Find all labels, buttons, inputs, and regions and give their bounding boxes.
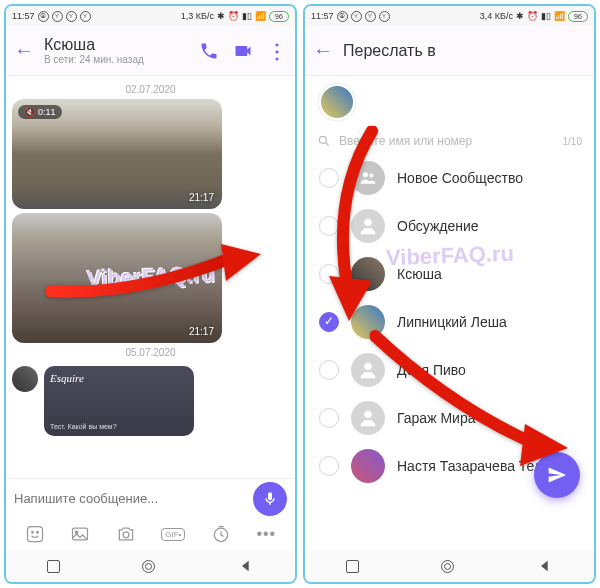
forward-header: ← Переслать в (305, 26, 594, 76)
nav-home[interactable] (441, 560, 454, 573)
svg-point-2 (36, 532, 38, 534)
radio[interactable] (319, 264, 339, 284)
contact-name: Дося Пиво (397, 362, 466, 378)
contact-item[interactable]: Дося Пиво (305, 346, 594, 394)
status-net: 1,3 КБ/с (181, 11, 214, 21)
radio[interactable] (319, 456, 339, 476)
nav-bar (6, 550, 295, 582)
more-icon[interactable]: ••• (256, 525, 276, 543)
status-net: 3,4 КБ/с (480, 11, 513, 21)
timestamp: 21:17 (189, 326, 214, 337)
timestamp: 21:17 (189, 192, 214, 203)
video-message-1[interactable]: 🔇 0:11 21:17 (12, 99, 222, 209)
selected-avatar[interactable] (319, 84, 355, 120)
menu-icon[interactable]: ⋮ (267, 39, 287, 63)
back-button[interactable]: ← (313, 39, 333, 62)
search-icon (317, 134, 331, 148)
call-icon[interactable] (199, 41, 219, 61)
chat-body[interactable]: 02.07.2020 🔇 0:11 21:17 21:17 05.07.2020… (6, 76, 295, 478)
svg-point-12 (364, 411, 371, 418)
svg-point-5 (123, 532, 129, 538)
phone-forward: 11:57 ⦿YYY 3,4 КБ/с✱⏰▮▯📶96 ← Переслать в… (303, 4, 596, 584)
avatar (351, 353, 385, 387)
nav-back[interactable] (537, 558, 553, 574)
image-icon[interactable] (70, 524, 90, 544)
selected-row (305, 76, 594, 128)
svg-point-11 (364, 363, 371, 370)
contact-name: Ксюша (397, 266, 442, 282)
nav-back[interactable] (238, 558, 254, 574)
forward-title: Переслать в (343, 42, 436, 60)
contact-item[interactable]: Липницкий Леша (305, 298, 594, 346)
avatar (351, 401, 385, 435)
chat-title[interactable]: Ксюша (44, 36, 189, 54)
video-message-2[interactable]: 21:17 (12, 213, 222, 343)
battery-icon: 96 (568, 11, 588, 22)
radio[interactable] (319, 360, 339, 380)
avatar (351, 161, 385, 195)
attachment-bar: GIF• ••• (6, 518, 295, 550)
svg-rect-0 (27, 527, 42, 542)
radio[interactable] (319, 168, 339, 188)
radio[interactable] (319, 216, 339, 236)
svg-point-8 (363, 172, 368, 177)
contact-name: Обсуждение (397, 218, 479, 234)
nav-recent[interactable] (346, 560, 359, 573)
video-call-icon[interactable] (233, 41, 253, 61)
avatar (351, 449, 385, 483)
nav-bar (305, 550, 594, 582)
mic-button[interactable] (253, 482, 287, 516)
timer-icon[interactable] (211, 524, 231, 544)
svg-point-1 (31, 532, 33, 534)
status-bar: 11:57 ⦿YYY 3,4 КБ/с✱⏰▮▯📶96 (305, 6, 594, 26)
status-bar: 11:57 ⦿YYY 1,3 КБ/с✱⏰▮▯📶96 (6, 6, 295, 26)
back-button[interactable]: ← (14, 39, 34, 62)
search-bar[interactable]: Введите имя или номер 1/10 (305, 128, 594, 154)
search-placeholder: Введите имя или номер (339, 134, 472, 148)
message-input[interactable] (14, 491, 245, 506)
phone-chat: 11:57 ⦿YYY 1,3 КБ/с✱⏰▮▯📶96 ← Ксюша В сет… (4, 4, 297, 584)
status-time: 11:57 (12, 11, 35, 21)
avatar (351, 257, 385, 291)
camera-icon[interactable] (116, 524, 136, 544)
nav-home[interactable] (142, 560, 155, 573)
mute-badge: 🔇 0:11 (18, 105, 62, 119)
contact-name: Липницкий Леша (397, 314, 507, 330)
date-label: 02.07.2020 (12, 84, 289, 95)
gif-icon[interactable]: GIF• (161, 528, 185, 541)
date-label: 05.07.2020 (12, 347, 289, 358)
sticker-icon[interactable] (25, 524, 45, 544)
contact-item[interactable]: Ксюша (305, 250, 594, 298)
message-input-bar (6, 478, 295, 518)
selection-count: 1/10 (563, 136, 582, 147)
status-time: 11:57 (311, 11, 334, 21)
nav-recent[interactable] (47, 560, 60, 573)
svg-point-10 (364, 219, 371, 226)
contact-item[interactable]: Гараж Мира (305, 394, 594, 442)
avatar (351, 209, 385, 243)
radio[interactable] (319, 312, 339, 332)
contact-item[interactable]: Новое Сообщество (305, 154, 594, 202)
forward-body: Введите имя или номер 1/10 Новое Сообщес… (305, 76, 594, 550)
chat-substatus: В сети: 24 мин. назад (44, 54, 189, 65)
link-card[interactable]: Esquire Тест. Какой вы мем? (44, 366, 194, 436)
contact-name: Новое Сообщество (397, 170, 523, 186)
radio[interactable] (319, 408, 339, 428)
contact-item[interactable]: Обсуждение (305, 202, 594, 250)
avatar[interactable] (12, 366, 38, 392)
svg-point-9 (369, 173, 373, 177)
battery-icon: 96 (269, 11, 289, 22)
send-button[interactable] (534, 452, 580, 498)
contact-name: Гараж Мира (397, 410, 475, 426)
svg-point-7 (319, 136, 326, 143)
chat-header: ← Ксюша В сети: 24 мин. назад ⋮ (6, 26, 295, 76)
avatar (351, 305, 385, 339)
